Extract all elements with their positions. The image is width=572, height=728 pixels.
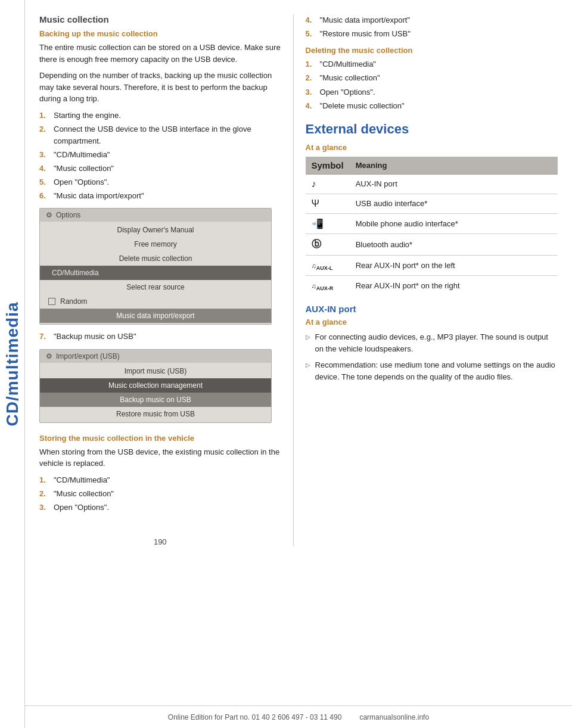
table-cell-symbol: ♫AUX-R — [306, 276, 350, 296]
footer-text: Online Edition for Part no. 01 40 2 606 … — [168, 713, 342, 721]
screenshot-row: Import music (USB) — [40, 364, 271, 378]
list-item: For connecting audio devices, e.g., MP3 … — [306, 331, 558, 355]
screenshot2: ⚙ Import/export (USB) Import music (USB)… — [39, 349, 272, 423]
table-cell-symbol: ♫AUX-L — [306, 255, 350, 275]
table-row: ♪ AUX-IN port — [306, 174, 558, 194]
list-item: 4."Music data import/export" — [306, 14, 558, 26]
aux-l-icon: ♫AUX-L — [312, 262, 333, 269]
table-row: ♫AUX-L Rear AUX-IN port* on the left — [306, 255, 558, 275]
table-cell-meaning: Bluetooth audio* — [350, 234, 558, 255]
list-item: Recommendation: use medium tone and volu… — [306, 359, 558, 383]
deleting-section: Deleting the music collection 1."CD/Mult… — [306, 46, 558, 112]
screenshot-row-highlighted: Music data import/export — [40, 309, 271, 323]
list-item: 1."CD/Multimedia" — [306, 58, 558, 70]
steps2-list: 1."CD/Multimedia" 2."Music collection" 3… — [39, 474, 281, 514]
list-item: 6."Music data import/export" — [39, 190, 281, 202]
list-item: 3."CD/Multimedia" — [39, 149, 281, 161]
screenshot-row: Music collection management — [40, 378, 271, 393]
aux-in-heading: AUX-IN port — [306, 304, 558, 314]
left-column: Music collection Backing up the music co… — [25, 0, 293, 561]
table-cell-symbol: ♪ — [306, 174, 350, 194]
table-cell-symbol: Ψ — [306, 194, 350, 213]
table-cell-meaning: Mobile phone audio interface* — [350, 213, 558, 234]
list-item: 1.Starting the engine. — [39, 110, 281, 122]
sidebar: CD/multimedia — [0, 0, 25, 728]
steps1-list: 1.Starting the engine. 2.Connect the USB… — [39, 110, 281, 203]
screenshot2-header: ⚙ Import/export (USB) — [40, 350, 271, 363]
bluetooth-icon: ⓑ — [312, 239, 321, 249]
table-cell-meaning: AUX-IN port — [350, 174, 558, 194]
screenshot-row: Restore music from USB — [40, 407, 271, 421]
footer-right: carmanualsonline.info — [359, 713, 429, 721]
del-title: Deleting the music collection — [306, 46, 558, 55]
list-item: 4."Music collection" — [39, 163, 281, 175]
screenshot-row: CD/Multimedia — [40, 266, 271, 280]
right-column: 4."Music data import/export" 5."Restore … — [294, 0, 572, 561]
footer: Online Edition for Part no. 01 40 2 606 … — [25, 705, 572, 728]
mobile-icon: 📲 — [312, 219, 324, 229]
table-row: 📲 Mobile phone audio interface* — [306, 213, 558, 234]
list-item: 2.Connect the USB device to the USB inte… — [39, 123, 281, 147]
list-item: 1."CD/Multimedia" — [39, 474, 281, 486]
at-a-glance-title: At a glance — [306, 143, 558, 152]
subsection2-title: Storing the music collection in the vehi… — [39, 434, 281, 443]
table-header-meaning: Meaning — [350, 157, 558, 175]
para2: Depending on the number of tracks, backi… — [39, 70, 281, 105]
table-cell-meaning: Rear AUX-IN port* on the right — [350, 276, 558, 296]
list-item: 2."Music collection" — [306, 72, 558, 84]
table-row: ⓑ Bluetooth audio* — [306, 234, 558, 255]
gear-icon: ⚙ — [46, 352, 52, 360]
screenshot-row: Select rear source — [40, 280, 271, 294]
list-item: 5."Restore music from USB" — [306, 28, 558, 40]
external-devices-heading: External devices — [306, 122, 558, 137]
gear-icon: ⚙ — [46, 211, 52, 219]
list-item: 2."Music collection" — [39, 488, 281, 500]
checkbox-icon — [48, 298, 55, 305]
screenshot2-body: Import music (USB) Music collection mana… — [40, 363, 271, 422]
main-content: Music collection Backing up the music co… — [25, 0, 572, 561]
screenshot-row: Random — [40, 294, 271, 309]
symbol-table: Symbol Meaning ♪ AUX-IN port Ψ USB audio… — [306, 157, 558, 295]
page-number: 190 — [39, 537, 281, 546]
aux-in-icon: ♪ — [312, 179, 316, 189]
steps-cont-list: 4."Music data import/export" 5."Restore … — [306, 14, 558, 40]
del-steps-list: 1."CD/Multimedia" 2."Music collection" 3… — [306, 58, 558, 112]
para1: The entire music collection can be store… — [39, 42, 281, 65]
screenshot-row: Free memory — [40, 237, 271, 251]
screenshot1-body: Display Owner's Manual Free memory Delet… — [40, 222, 271, 324]
list-item: 3.Open "Options". — [306, 86, 558, 98]
at-a-glance2-title: At a glance — [306, 318, 558, 326]
screenshot1-header: ⚙ Options — [40, 209, 271, 222]
list-item: 7."Backup music on USB" — [39, 331, 281, 343]
table-header-symbol: Symbol — [306, 157, 350, 175]
subsection1-title: Backing up the music collection — [39, 29, 281, 38]
screenshot-row-highlighted: Backup music on USB — [40, 393, 271, 407]
step7-list: 7."Backup music on USB" — [39, 331, 281, 343]
table-cell-symbol: ⓑ — [306, 234, 350, 255]
table-cell-meaning: Rear AUX-IN port* on the left — [350, 255, 558, 275]
table-cell-meaning: USB audio interface* — [350, 194, 558, 213]
screenshot1: ⚙ Options Display Owner's Manual Free me… — [39, 208, 272, 325]
aux-r-icon: ♫AUX-R — [312, 282, 334, 290]
section-title: Music collection — [39, 14, 281, 24]
table-row: Ψ USB audio interface* — [306, 194, 558, 213]
list-item: 5.Open "Options". — [39, 176, 281, 188]
subsection2-block: Storing the music collection in the vehi… — [39, 434, 281, 514]
table-row: ♫AUX-R Rear AUX-IN port* on the right — [306, 276, 558, 296]
sidebar-label: CD/multimedia — [3, 301, 22, 426]
para3: When storing from the USB device, the ex… — [39, 446, 281, 469]
table-cell-symbol: 📲 — [306, 213, 350, 234]
aux-bullet-list: For connecting audio devices, e.g., MP3 … — [306, 331, 558, 383]
screenshot-row: Display Owner's Manual — [40, 223, 271, 237]
screenshot-row: Delete music collection — [40, 251, 271, 266]
list-item: 4."Delete music collection" — [306, 100, 558, 112]
list-item: 3.Open "Options". — [39, 502, 281, 514]
usb-icon: Ψ — [312, 198, 319, 209]
